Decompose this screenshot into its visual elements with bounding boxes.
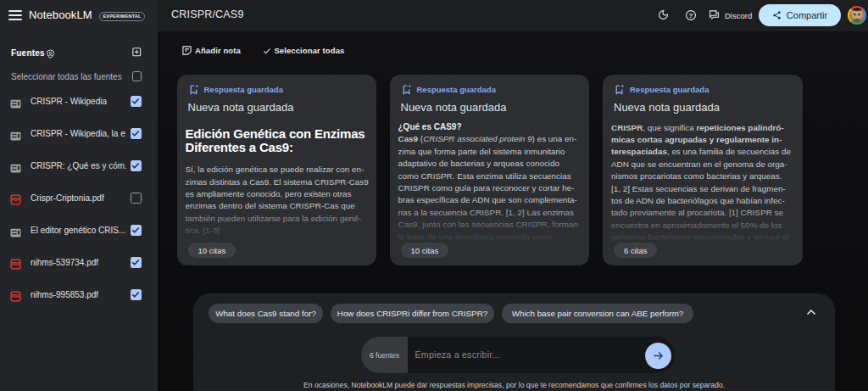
svg-text:PDF: PDF — [12, 294, 20, 299]
svg-text:PDF: PDF — [12, 198, 20, 202]
svg-text:?: ? — [689, 12, 693, 20]
svg-text:PDF: PDF — [12, 262, 20, 266]
